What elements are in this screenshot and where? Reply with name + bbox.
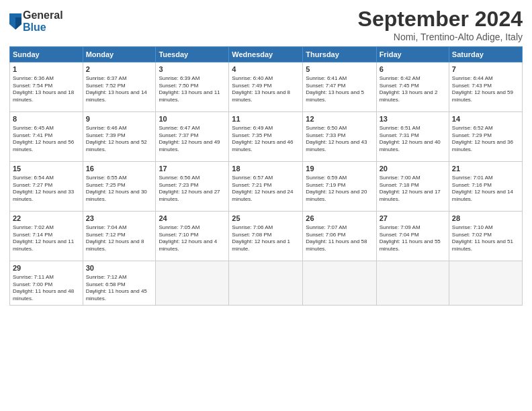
day-number: 2 xyxy=(86,64,153,75)
calendar-cell: 21Sunrise: 7:01 AMSunset: 7:16 PMDayligh… xyxy=(449,162,522,212)
day-number: 28 xyxy=(452,214,519,224)
daylight: Daylight: 12 hours and 40 minutes. xyxy=(380,139,441,152)
calendar-cell: 9Sunrise: 6:46 AMSunset: 7:39 PMDaylight… xyxy=(83,112,156,162)
sunrise: Sunrise: 6:44 AM xyxy=(452,75,493,81)
calendar-cell: 22Sunrise: 7:02 AMSunset: 7:14 PMDayligh… xyxy=(10,212,83,261)
daylight: Daylight: 11 hours and 51 minutes. xyxy=(452,238,513,252)
day-number: 16 xyxy=(86,164,153,174)
sunrise: Sunrise: 6:42 AM xyxy=(380,75,420,81)
sunset: Sunset: 7:21 PM xyxy=(232,182,271,188)
daylight: Daylight: 12 hours and 36 minutes. xyxy=(452,139,513,152)
daylight: Daylight: 12 hours and 30 minutes. xyxy=(86,189,147,202)
day-number: 25 xyxy=(232,214,300,224)
calendar-cell: 16Sunrise: 6:55 AMSunset: 7:25 PMDayligh… xyxy=(83,162,156,212)
daylight: Daylight: 12 hours and 33 minutes. xyxy=(13,189,74,202)
calendar-cell: 11Sunrise: 6:49 AMSunset: 7:35 PMDayligh… xyxy=(229,112,303,162)
sunset: Sunset: 7:08 PM xyxy=(232,232,271,238)
day-number: 23 xyxy=(86,214,153,224)
day-number: 19 xyxy=(306,164,373,174)
day-number: 15 xyxy=(13,164,80,174)
sunset: Sunset: 7:49 PM xyxy=(232,83,271,89)
calendar-cell: 1Sunrise: 6:36 AMSunset: 7:54 PMDaylight… xyxy=(10,62,83,112)
sunset: Sunset: 7:29 PM xyxy=(452,132,492,138)
daylight: Daylight: 12 hours and 17 minutes. xyxy=(380,189,441,202)
daylight: Daylight: 12 hours and 56 minutes. xyxy=(13,139,74,152)
sunset: Sunset: 7:47 PM xyxy=(306,83,345,89)
sunset: Sunset: 7:23 PM xyxy=(159,182,198,188)
col-header-saturday: Saturday xyxy=(449,47,522,62)
sunset: Sunset: 7:50 PM xyxy=(159,83,198,89)
sunrise: Sunrise: 6:59 AM xyxy=(306,175,347,181)
calendar-cell xyxy=(449,261,522,306)
subtitle: Nomi, Trentino-Alto Adige, Italy xyxy=(358,32,523,42)
daylight: Daylight: 12 hours and 43 minutes. xyxy=(306,139,367,152)
sunset: Sunset: 7:27 PM xyxy=(13,182,52,188)
sunset: Sunset: 7:10 PM xyxy=(159,232,198,238)
sunrise: Sunrise: 6:52 AM xyxy=(452,125,493,131)
sunset: Sunset: 7:12 PM xyxy=(86,232,126,238)
sunrise: Sunrise: 6:41 AM xyxy=(306,75,347,81)
sunset: Sunset: 7:35 PM xyxy=(232,132,271,138)
day-number: 22 xyxy=(13,214,80,224)
day-number: 27 xyxy=(380,214,446,224)
sunset: Sunset: 7:37 PM xyxy=(159,132,198,138)
daylight: Daylight: 12 hours and 46 minutes. xyxy=(232,139,293,152)
sunrise: Sunrise: 6:57 AM xyxy=(232,175,273,181)
sunset: Sunset: 7:00 PM xyxy=(13,281,52,287)
sunset: Sunset: 7:16 PM xyxy=(452,182,492,188)
sunrise: Sunrise: 7:10 AM xyxy=(452,224,493,230)
sunrise: Sunrise: 7:06 AM xyxy=(232,224,273,230)
day-number: 10 xyxy=(159,114,226,124)
day-number: 13 xyxy=(380,114,446,124)
sunrise: Sunrise: 7:04 AM xyxy=(86,224,127,230)
sunrise: Sunrise: 6:56 AM xyxy=(159,175,200,181)
daylight: Daylight: 13 hours and 8 minutes. xyxy=(232,89,290,103)
daylight: Daylight: 12 hours and 20 minutes. xyxy=(306,189,367,202)
sunset: Sunset: 7:18 PM xyxy=(380,182,419,188)
sunrise: Sunrise: 6:49 AM xyxy=(232,125,273,131)
daylight: Daylight: 12 hours and 59 minutes. xyxy=(452,89,513,103)
daylight: Daylight: 11 hours and 45 minutes. xyxy=(86,288,147,302)
day-number: 18 xyxy=(232,164,300,174)
calendar-cell: 14Sunrise: 6:52 AMSunset: 7:29 PMDayligh… xyxy=(449,112,522,162)
day-number: 5 xyxy=(306,64,373,75)
calendar-cell: 30Sunrise: 7:12 AMSunset: 6:58 PMDayligh… xyxy=(83,261,156,306)
sunrise: Sunrise: 7:00 AM xyxy=(380,175,420,181)
sunset: Sunset: 7:39 PM xyxy=(86,132,126,138)
daylight: Daylight: 13 hours and 18 minutes. xyxy=(13,89,74,103)
sunset: Sunset: 7:31 PM xyxy=(380,132,419,138)
sunrise: Sunrise: 7:12 AM xyxy=(86,274,127,280)
daylight: Daylight: 11 hours and 55 minutes. xyxy=(380,238,441,252)
calendar-cell: 13Sunrise: 6:51 AMSunset: 7:31 PMDayligh… xyxy=(376,112,449,162)
logo-text: General Blue xyxy=(23,9,63,33)
day-number: 12 xyxy=(306,114,373,124)
sunrise: Sunrise: 6:46 AM xyxy=(86,125,127,131)
col-header-tuesday: Tuesday xyxy=(156,47,229,62)
daylight: Daylight: 12 hours and 49 minutes. xyxy=(159,139,220,152)
calendar-cell xyxy=(376,261,449,306)
calendar-cell: 20Sunrise: 7:00 AMSunset: 7:18 PMDayligh… xyxy=(376,162,449,212)
sunset: Sunset: 6:58 PM xyxy=(86,281,126,287)
col-header-sunday: Sunday xyxy=(10,47,83,62)
daylight: Daylight: 12 hours and 24 minutes. xyxy=(232,189,293,202)
sunset: Sunset: 7:52 PM xyxy=(86,83,126,89)
sunrise: Sunrise: 6:45 AM xyxy=(13,125,54,131)
day-number: 1 xyxy=(13,64,80,75)
daylight: Daylight: 13 hours and 5 minutes. xyxy=(306,89,364,103)
sunset: Sunset: 7:25 PM xyxy=(86,182,126,188)
calendar-cell: 26Sunrise: 7:07 AMSunset: 7:06 PMDayligh… xyxy=(303,212,376,261)
sunrise: Sunrise: 7:01 AM xyxy=(452,175,493,181)
calendar-cell: 15Sunrise: 6:54 AMSunset: 7:27 PMDayligh… xyxy=(10,162,83,212)
sunrise: Sunrise: 6:36 AM xyxy=(13,75,54,81)
calendar-cell: 17Sunrise: 6:56 AMSunset: 7:23 PMDayligh… xyxy=(156,162,229,212)
calendar-cell: 18Sunrise: 6:57 AMSunset: 7:21 PMDayligh… xyxy=(229,162,303,212)
day-number: 3 xyxy=(159,64,226,75)
main-title: September 2024 xyxy=(358,7,523,32)
calendar-cell: 19Sunrise: 6:59 AMSunset: 7:19 PMDayligh… xyxy=(303,162,376,212)
calendar-cell xyxy=(156,261,229,306)
calendar-cell: 3Sunrise: 6:39 AMSunset: 7:50 PMDaylight… xyxy=(156,62,229,112)
svg-marker-1 xyxy=(15,17,21,30)
calendar-cell: 24Sunrise: 7:05 AMSunset: 7:10 PMDayligh… xyxy=(156,212,229,261)
day-number: 21 xyxy=(452,164,519,174)
sunset: Sunset: 7:54 PM xyxy=(13,83,52,89)
